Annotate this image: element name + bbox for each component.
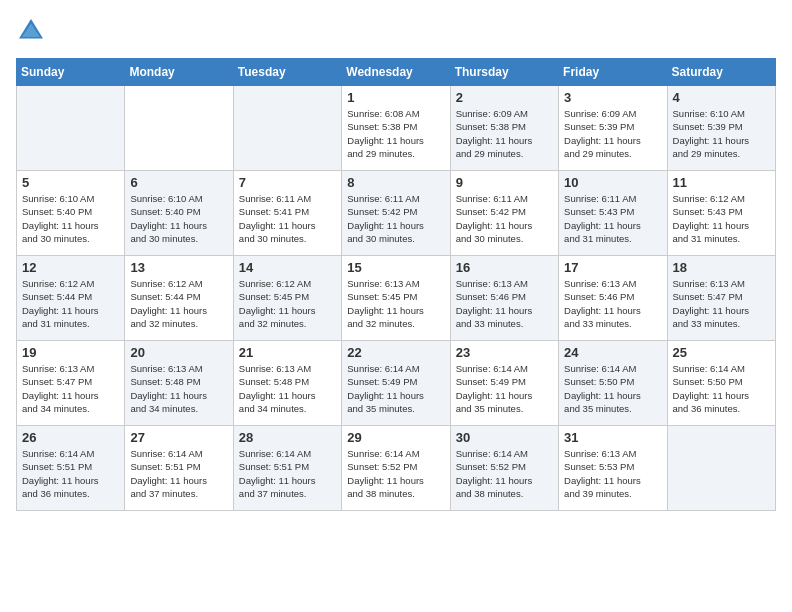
day-number: 23 bbox=[456, 345, 553, 360]
day-info: Sunrise: 6:14 AM Sunset: 5:50 PM Dayligh… bbox=[673, 362, 770, 415]
calendar-cell: 3Sunrise: 6:09 AM Sunset: 5:39 PM Daylig… bbox=[559, 86, 667, 171]
calendar-week-row: 19Sunrise: 6:13 AM Sunset: 5:47 PM Dayli… bbox=[17, 341, 776, 426]
day-info: Sunrise: 6:14 AM Sunset: 5:51 PM Dayligh… bbox=[239, 447, 336, 500]
day-number: 18 bbox=[673, 260, 770, 275]
day-info: Sunrise: 6:12 AM Sunset: 5:44 PM Dayligh… bbox=[22, 277, 119, 330]
day-info: Sunrise: 6:09 AM Sunset: 5:39 PM Dayligh… bbox=[564, 107, 661, 160]
day-number: 24 bbox=[564, 345, 661, 360]
day-info: Sunrise: 6:13 AM Sunset: 5:48 PM Dayligh… bbox=[130, 362, 227, 415]
day-number: 14 bbox=[239, 260, 336, 275]
weekday-header-thursday: Thursday bbox=[450, 59, 558, 86]
weekday-header-wednesday: Wednesday bbox=[342, 59, 450, 86]
calendar-table: SundayMondayTuesdayWednesdayThursdayFrid… bbox=[16, 58, 776, 511]
day-number: 29 bbox=[347, 430, 444, 445]
calendar-cell: 24Sunrise: 6:14 AM Sunset: 5:50 PM Dayli… bbox=[559, 341, 667, 426]
day-number: 10 bbox=[564, 175, 661, 190]
logo bbox=[16, 16, 50, 46]
calendar-cell: 7Sunrise: 6:11 AM Sunset: 5:41 PM Daylig… bbox=[233, 171, 341, 256]
calendar-cell: 14Sunrise: 6:12 AM Sunset: 5:45 PM Dayli… bbox=[233, 256, 341, 341]
day-info: Sunrise: 6:08 AM Sunset: 5:38 PM Dayligh… bbox=[347, 107, 444, 160]
calendar-cell bbox=[667, 426, 775, 511]
calendar-cell: 15Sunrise: 6:13 AM Sunset: 5:45 PM Dayli… bbox=[342, 256, 450, 341]
weekday-header-friday: Friday bbox=[559, 59, 667, 86]
day-info: Sunrise: 6:10 AM Sunset: 5:39 PM Dayligh… bbox=[673, 107, 770, 160]
day-info: Sunrise: 6:14 AM Sunset: 5:52 PM Dayligh… bbox=[456, 447, 553, 500]
day-number: 20 bbox=[130, 345, 227, 360]
day-info: Sunrise: 6:11 AM Sunset: 5:42 PM Dayligh… bbox=[456, 192, 553, 245]
calendar-cell: 2Sunrise: 6:09 AM Sunset: 5:38 PM Daylig… bbox=[450, 86, 558, 171]
day-info: Sunrise: 6:14 AM Sunset: 5:52 PM Dayligh… bbox=[347, 447, 444, 500]
day-number: 25 bbox=[673, 345, 770, 360]
weekday-header-sunday: Sunday bbox=[17, 59, 125, 86]
day-info: Sunrise: 6:14 AM Sunset: 5:49 PM Dayligh… bbox=[347, 362, 444, 415]
calendar-cell: 8Sunrise: 6:11 AM Sunset: 5:42 PM Daylig… bbox=[342, 171, 450, 256]
calendar-week-row: 26Sunrise: 6:14 AM Sunset: 5:51 PM Dayli… bbox=[17, 426, 776, 511]
day-info: Sunrise: 6:12 AM Sunset: 5:45 PM Dayligh… bbox=[239, 277, 336, 330]
weekday-header-row: SundayMondayTuesdayWednesdayThursdayFrid… bbox=[17, 59, 776, 86]
calendar-cell: 31Sunrise: 6:13 AM Sunset: 5:53 PM Dayli… bbox=[559, 426, 667, 511]
day-number: 12 bbox=[22, 260, 119, 275]
day-number: 30 bbox=[456, 430, 553, 445]
day-info: Sunrise: 6:14 AM Sunset: 5:50 PM Dayligh… bbox=[564, 362, 661, 415]
calendar-cell: 5Sunrise: 6:10 AM Sunset: 5:40 PM Daylig… bbox=[17, 171, 125, 256]
day-number: 2 bbox=[456, 90, 553, 105]
day-info: Sunrise: 6:14 AM Sunset: 5:49 PM Dayligh… bbox=[456, 362, 553, 415]
day-number: 19 bbox=[22, 345, 119, 360]
calendar-cell: 26Sunrise: 6:14 AM Sunset: 5:51 PM Dayli… bbox=[17, 426, 125, 511]
day-number: 3 bbox=[564, 90, 661, 105]
day-number: 13 bbox=[130, 260, 227, 275]
day-info: Sunrise: 6:11 AM Sunset: 5:42 PM Dayligh… bbox=[347, 192, 444, 245]
day-number: 7 bbox=[239, 175, 336, 190]
calendar-cell: 6Sunrise: 6:10 AM Sunset: 5:40 PM Daylig… bbox=[125, 171, 233, 256]
day-number: 21 bbox=[239, 345, 336, 360]
day-info: Sunrise: 6:09 AM Sunset: 5:38 PM Dayligh… bbox=[456, 107, 553, 160]
day-number: 28 bbox=[239, 430, 336, 445]
day-info: Sunrise: 6:13 AM Sunset: 5:53 PM Dayligh… bbox=[564, 447, 661, 500]
calendar-cell: 29Sunrise: 6:14 AM Sunset: 5:52 PM Dayli… bbox=[342, 426, 450, 511]
calendar-cell: 9Sunrise: 6:11 AM Sunset: 5:42 PM Daylig… bbox=[450, 171, 558, 256]
day-info: Sunrise: 6:13 AM Sunset: 5:45 PM Dayligh… bbox=[347, 277, 444, 330]
calendar-cell: 25Sunrise: 6:14 AM Sunset: 5:50 PM Dayli… bbox=[667, 341, 775, 426]
day-info: Sunrise: 6:14 AM Sunset: 5:51 PM Dayligh… bbox=[22, 447, 119, 500]
calendar-cell: 13Sunrise: 6:12 AM Sunset: 5:44 PM Dayli… bbox=[125, 256, 233, 341]
day-info: Sunrise: 6:13 AM Sunset: 5:46 PM Dayligh… bbox=[456, 277, 553, 330]
calendar-cell: 21Sunrise: 6:13 AM Sunset: 5:48 PM Dayli… bbox=[233, 341, 341, 426]
weekday-header-saturday: Saturday bbox=[667, 59, 775, 86]
day-info: Sunrise: 6:14 AM Sunset: 5:51 PM Dayligh… bbox=[130, 447, 227, 500]
calendar-cell: 20Sunrise: 6:13 AM Sunset: 5:48 PM Dayli… bbox=[125, 341, 233, 426]
calendar-cell: 16Sunrise: 6:13 AM Sunset: 5:46 PM Dayli… bbox=[450, 256, 558, 341]
calendar-cell: 1Sunrise: 6:08 AM Sunset: 5:38 PM Daylig… bbox=[342, 86, 450, 171]
day-number: 17 bbox=[564, 260, 661, 275]
day-info: Sunrise: 6:13 AM Sunset: 5:48 PM Dayligh… bbox=[239, 362, 336, 415]
calendar-week-row: 1Sunrise: 6:08 AM Sunset: 5:38 PM Daylig… bbox=[17, 86, 776, 171]
day-number: 11 bbox=[673, 175, 770, 190]
calendar-cell bbox=[233, 86, 341, 171]
day-info: Sunrise: 6:10 AM Sunset: 5:40 PM Dayligh… bbox=[22, 192, 119, 245]
calendar-cell: 4Sunrise: 6:10 AM Sunset: 5:39 PM Daylig… bbox=[667, 86, 775, 171]
day-number: 6 bbox=[130, 175, 227, 190]
day-number: 31 bbox=[564, 430, 661, 445]
calendar-cell: 18Sunrise: 6:13 AM Sunset: 5:47 PM Dayli… bbox=[667, 256, 775, 341]
day-info: Sunrise: 6:12 AM Sunset: 5:43 PM Dayligh… bbox=[673, 192, 770, 245]
day-info: Sunrise: 6:11 AM Sunset: 5:41 PM Dayligh… bbox=[239, 192, 336, 245]
day-number: 22 bbox=[347, 345, 444, 360]
day-number: 16 bbox=[456, 260, 553, 275]
day-number: 27 bbox=[130, 430, 227, 445]
calendar-cell: 10Sunrise: 6:11 AM Sunset: 5:43 PM Dayli… bbox=[559, 171, 667, 256]
day-number: 26 bbox=[22, 430, 119, 445]
day-info: Sunrise: 6:13 AM Sunset: 5:46 PM Dayligh… bbox=[564, 277, 661, 330]
calendar-cell: 23Sunrise: 6:14 AM Sunset: 5:49 PM Dayli… bbox=[450, 341, 558, 426]
day-info: Sunrise: 6:11 AM Sunset: 5:43 PM Dayligh… bbox=[564, 192, 661, 245]
calendar-cell: 17Sunrise: 6:13 AM Sunset: 5:46 PM Dayli… bbox=[559, 256, 667, 341]
day-number: 5 bbox=[22, 175, 119, 190]
calendar-cell: 30Sunrise: 6:14 AM Sunset: 5:52 PM Dayli… bbox=[450, 426, 558, 511]
weekday-header-tuesday: Tuesday bbox=[233, 59, 341, 86]
day-number: 4 bbox=[673, 90, 770, 105]
day-info: Sunrise: 6:10 AM Sunset: 5:40 PM Dayligh… bbox=[130, 192, 227, 245]
calendar-cell: 19Sunrise: 6:13 AM Sunset: 5:47 PM Dayli… bbox=[17, 341, 125, 426]
calendar-week-row: 12Sunrise: 6:12 AM Sunset: 5:44 PM Dayli… bbox=[17, 256, 776, 341]
day-number: 9 bbox=[456, 175, 553, 190]
calendar-cell: 12Sunrise: 6:12 AM Sunset: 5:44 PM Dayli… bbox=[17, 256, 125, 341]
day-info: Sunrise: 6:13 AM Sunset: 5:47 PM Dayligh… bbox=[22, 362, 119, 415]
calendar-cell: 28Sunrise: 6:14 AM Sunset: 5:51 PM Dayli… bbox=[233, 426, 341, 511]
